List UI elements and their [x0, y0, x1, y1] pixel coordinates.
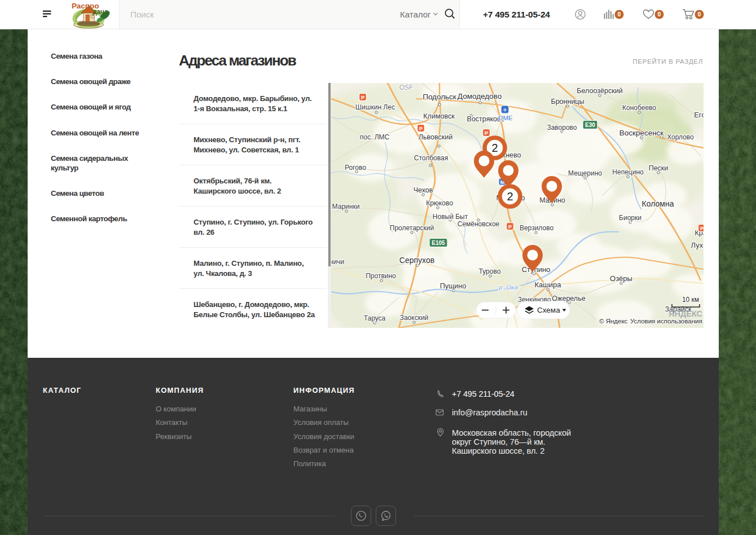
- svg-text:Условия использования: Условия использования: [630, 318, 702, 324]
- svg-text:ничи: ничи: [331, 258, 344, 266]
- svg-text:OSF: OSF: [399, 84, 414, 91]
- svg-text:Кашира: Кашира: [535, 280, 562, 289]
- svg-text:2: 2: [507, 190, 513, 203]
- svg-text:0: 0: [698, 11, 701, 17]
- svg-text:дача: дача: [93, 8, 108, 16]
- svg-text:Конобеево: Конобеево: [622, 104, 656, 112]
- svg-text:Таруса: Таруса: [364, 314, 386, 322]
- svg-text:Бронницы: Бронницы: [551, 98, 584, 106]
- svg-text:Чехов: Чехов: [414, 186, 433, 194]
- svg-text:Егор: Егор: [694, 111, 704, 119]
- svg-text:DME: DME: [498, 115, 513, 121]
- svg-text:Р: Р: [361, 95, 364, 100]
- svg-text:Коломна: Коломна: [642, 199, 674, 208]
- svg-text:Непецино: Непецино: [612, 168, 644, 176]
- svg-text:Климовск: Климовск: [423, 112, 455, 120]
- svg-text:Заворово: Заворово: [547, 124, 577, 131]
- svg-text:Турово: Турово: [479, 268, 501, 275]
- svg-text:Р: Р: [700, 226, 704, 231]
- svg-text:ЯНДЕКС: ЯНДЕКС: [669, 309, 703, 318]
- svg-text:Домодедово: Домодедово: [458, 92, 502, 100]
- svg-text:Р: Р: [485, 130, 488, 136]
- svg-text:Протвино: Протвино: [366, 272, 396, 280]
- svg-text:Пущино: Пущино: [440, 282, 466, 290]
- svg-text:Воскресенск: Воскресенск: [619, 129, 664, 137]
- svg-text:2: 2: [491, 142, 498, 154]
- svg-text:Р: Р: [419, 126, 423, 131]
- svg-text:пос. ЛМС: пос. ЛМС: [360, 133, 390, 141]
- svg-text:Новый Быт: Новый Быт: [433, 213, 468, 221]
- svg-text:Хорлово: Хорлово: [667, 133, 694, 141]
- svg-text:✈: ✈: [503, 107, 507, 113]
- svg-text:E30: E30: [585, 122, 595, 128]
- svg-text:0: 0: [658, 11, 661, 17]
- svg-text:Столбовая: Столбовая: [414, 154, 448, 162]
- svg-text:© Яндекс: © Яндекс: [599, 318, 628, 324]
- svg-text:0: 0: [618, 11, 621, 17]
- svg-text:р. Ока: р. Ока: [498, 284, 518, 291]
- svg-text:Шишкин Лес: Шишкин Лес: [355, 103, 395, 111]
- svg-text:Львовский: Львовский: [419, 133, 452, 141]
- svg-text:Схема: Схема: [537, 306, 560, 314]
- svg-text:Озёры: Озёры: [610, 274, 632, 283]
- svg-text:E105: E105: [432, 240, 445, 246]
- svg-text:Подольск: Подольск: [423, 93, 456, 101]
- svg-text:Белоозёрский: Белоозёрский: [577, 87, 622, 95]
- svg-text:Пески: Пески: [649, 164, 669, 172]
- svg-text:Р: Р: [508, 224, 512, 230]
- svg-text:Пролетарский: Пролетарский: [390, 224, 434, 232]
- svg-text:Верзилово: Верзилово: [520, 224, 553, 232]
- svg-text:Семёновское: Семёновское: [458, 220, 500, 228]
- svg-text:Мещерино: Мещерино: [568, 169, 602, 177]
- svg-text:Рогово: Рогово: [345, 164, 366, 172]
- svg-text:Крюково: Крюково: [426, 199, 453, 207]
- svg-text:Биорки: Биорки: [619, 214, 641, 222]
- svg-text:Лухо: Лухо: [691, 241, 704, 249]
- svg-text:Маринки: Маринки: [332, 203, 360, 211]
- svg-text:Серпухов: Серпухов: [399, 256, 434, 265]
- svg-text:10 км: 10 км: [682, 296, 699, 304]
- svg-text:Заокский: Заокский: [400, 314, 429, 322]
